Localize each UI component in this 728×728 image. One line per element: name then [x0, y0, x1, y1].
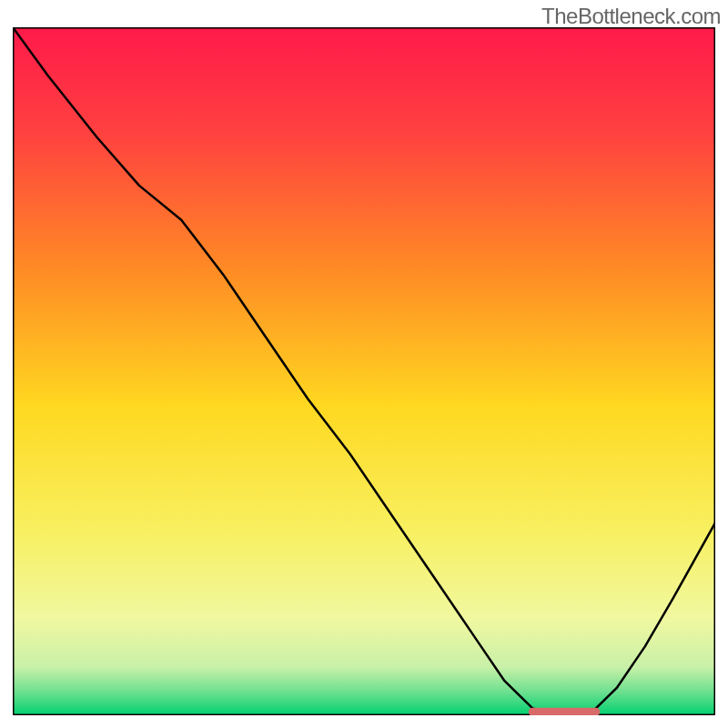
chart-container: TheBottleneck.com: [0, 0, 728, 728]
plot-area: [13, 27, 715, 715]
watermark-text: TheBottleneck.com: [541, 4, 721, 29]
chart-svg: [13, 27, 715, 715]
gradient-background: [13, 27, 715, 715]
